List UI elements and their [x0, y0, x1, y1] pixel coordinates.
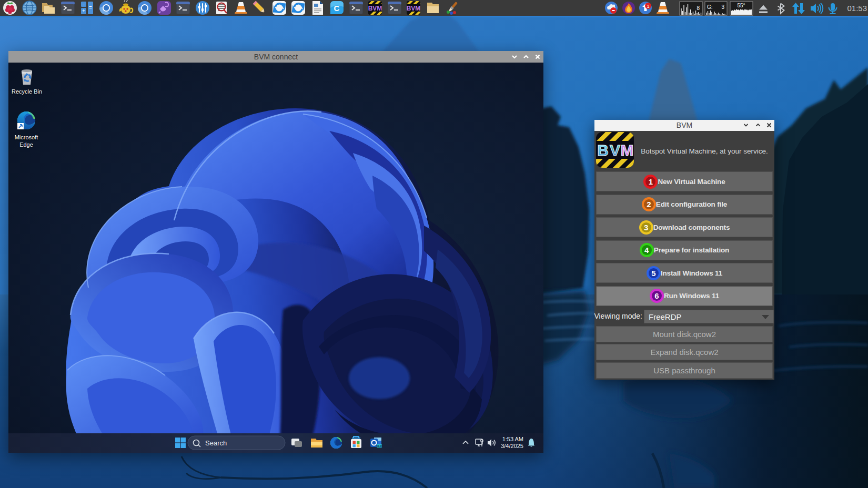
svg-text:+: + — [82, 8, 85, 14]
svg-text:01:53: 01:53 — [847, 4, 867, 13]
svg-text:1:53 AM: 1:53 AM — [502, 436, 523, 442]
svg-text:M: M — [621, 141, 634, 159]
svg-text:55°: 55° — [737, 3, 745, 8]
svg-text:-: - — [83, 2, 84, 7]
svg-text:V: V — [610, 141, 620, 159]
svg-text:1: 1 — [647, 4, 649, 9]
svg-text:Search: Search — [205, 439, 227, 447]
svg-text:8: 8 — [697, 5, 700, 11]
svg-text:3/4/2025: 3/4/2025 — [501, 443, 523, 449]
svg-text:NEW: NEW — [377, 445, 382, 448]
svg-text:G:: G: — [707, 4, 713, 10]
svg-text:C: C — [334, 4, 340, 13]
svg-text:=: = — [89, 5, 92, 11]
svg-text:B: B — [597, 141, 609, 159]
svg-text:3: 3 — [721, 4, 724, 10]
